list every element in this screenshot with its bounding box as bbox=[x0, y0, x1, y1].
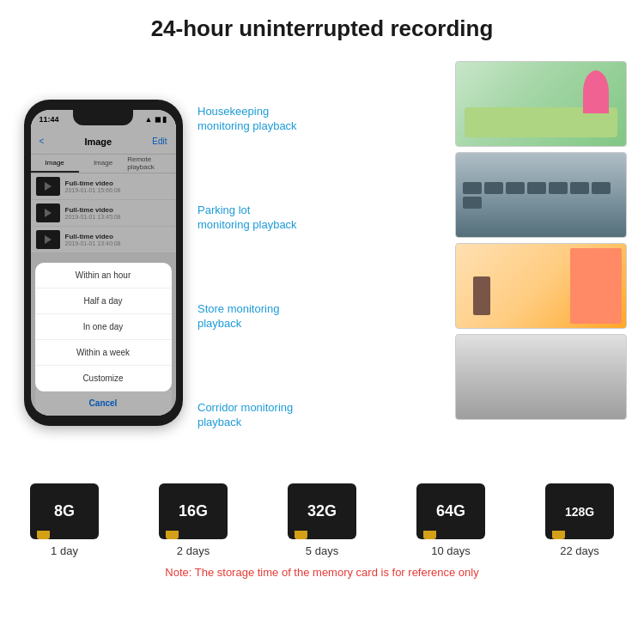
monitoring-images bbox=[455, 61, 627, 473]
car-1 bbox=[463, 182, 482, 194]
arrow-housekeeping bbox=[626, 118, 627, 129]
sd-card-16g: 16G bbox=[159, 483, 228, 539]
car-6 bbox=[570, 182, 589, 194]
card-days-16g: 2 days bbox=[177, 544, 210, 557]
phone-mockup: 11:44 ▲ ◼ ▮ < Image Edit Image Image Rem… bbox=[24, 100, 183, 426]
sd-card-label-8g: 8G bbox=[54, 502, 75, 520]
label-store: Store monitoringplayback bbox=[197, 302, 448, 331]
dropdown-item-2[interactable]: Half a day bbox=[35, 289, 172, 314]
phone-notch bbox=[73, 110, 133, 125]
card-item-16g: 16G 2 days bbox=[146, 483, 240, 557]
card-days-128g: 22 days bbox=[560, 544, 599, 557]
sd-card-label-128g: 128G bbox=[565, 505, 594, 519]
car-4 bbox=[527, 182, 546, 194]
car-7 bbox=[592, 182, 611, 194]
storage-note: Note: The storage time of the memory car… bbox=[17, 562, 627, 582]
scene-shelves bbox=[570, 248, 622, 324]
label-parking: Parking lotmonitoring playback bbox=[197, 204, 448, 233]
sd-card-128g: 128G bbox=[545, 483, 614, 539]
scene-cars bbox=[456, 153, 626, 237]
card-item-64g: 64G 10 days bbox=[404, 483, 498, 557]
image-parking bbox=[455, 152, 627, 238]
dropdown-menu[interactable]: Within an hour Half a day In one day Wit… bbox=[35, 263, 172, 392]
car-5 bbox=[549, 182, 568, 194]
dropdown-item-5[interactable]: Customize bbox=[35, 366, 172, 392]
sd-card-64g: 64G bbox=[416, 483, 485, 539]
image-housekeeping bbox=[455, 61, 627, 147]
main-content: 11:44 ▲ ◼ ▮ < Image Edit Image Image Rem… bbox=[0, 52, 644, 473]
car-3 bbox=[506, 182, 525, 194]
card-item-32g: 32G 5 days bbox=[275, 483, 369, 557]
arrow-corridor bbox=[626, 392, 627, 402]
sd-card-label-32g: 32G bbox=[307, 502, 337, 520]
right-panel: Housekeepingmonitoring playback Parking … bbox=[197, 52, 627, 473]
storage-section: 8G 1 day 16G 2 days 32G 5 days 64G 10 da… bbox=[0, 473, 644, 582]
phone-mockup-container: 11:44 ▲ ◼ ▮ < Image Edit Image Image Rem… bbox=[17, 52, 189, 473]
label-housekeeping: Housekeepingmonitoring playback bbox=[197, 105, 448, 134]
car-2 bbox=[484, 182, 503, 194]
sd-card-label-64g: 64G bbox=[436, 502, 465, 520]
phone-screen: 11:44 ▲ ◼ ▮ < Image Edit Image Image Rem… bbox=[31, 110, 176, 416]
dropdown-item-1[interactable]: Within an hour bbox=[35, 263, 172, 289]
card-days-8g: 1 day bbox=[51, 544, 78, 557]
arrow-store bbox=[626, 301, 627, 311]
card-item-128g: 128G 22 days bbox=[532, 483, 627, 557]
label-corridor: Corridor monitoringplayback bbox=[197, 401, 448, 430]
image-store bbox=[455, 243, 627, 329]
image-corridor bbox=[455, 334, 627, 420]
page-title: 24-hour uninterrupted recording bbox=[0, 15, 644, 42]
sd-card-8g: 8G bbox=[30, 483, 99, 539]
cards-row: 8G 1 day 16G 2 days 32G 5 days 64G 10 da… bbox=[17, 483, 627, 557]
sd-card-label-16g: 16G bbox=[179, 502, 208, 520]
arrow-parking bbox=[626, 210, 627, 220]
card-item-8g: 8G 1 day bbox=[17, 483, 112, 557]
dropdown-item-4[interactable]: Within a week bbox=[35, 340, 172, 366]
page-header: 24-hour uninterrupted recording bbox=[0, 0, 644, 52]
scene-child bbox=[583, 70, 609, 113]
sd-card-32g: 32G bbox=[288, 483, 356, 539]
card-days-64g: 10 days bbox=[431, 544, 471, 557]
dropdown-item-3[interactable]: In one day bbox=[35, 314, 172, 340]
card-days-32g: 5 days bbox=[306, 544, 338, 557]
scene-person bbox=[473, 276, 490, 315]
monitoring-labels: Housekeepingmonitoring playback Parking … bbox=[197, 61, 448, 473]
car-8 bbox=[463, 197, 482, 209]
